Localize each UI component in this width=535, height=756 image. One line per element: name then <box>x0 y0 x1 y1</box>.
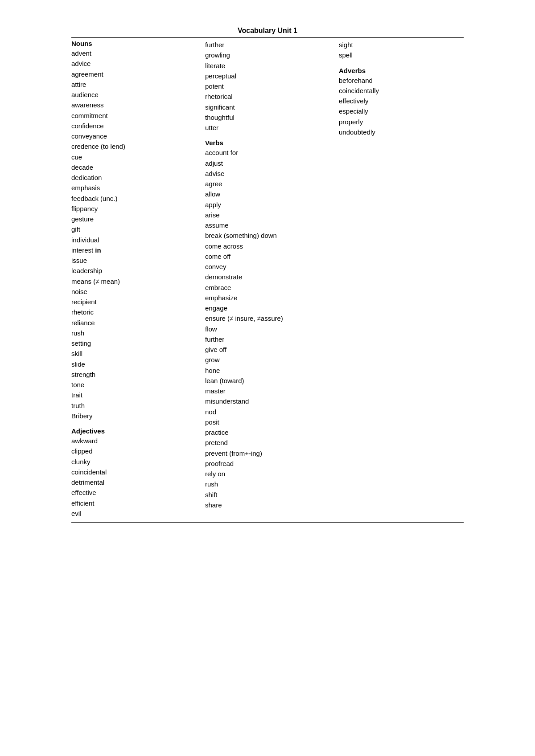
word-item: perceptual <box>205 71 330 81</box>
word-item: share <box>205 500 330 510</box>
word-item: clipped <box>71 446 196 456</box>
word-item: misunderstand <box>205 396 330 406</box>
word-item: literate <box>205 61 330 71</box>
word-item: undoubtedly <box>339 127 464 137</box>
word-item: arise <box>205 210 330 220</box>
word-item: posit <box>205 417 330 427</box>
word-item: commitment <box>71 110 196 121</box>
word-item: trait <box>71 390 196 400</box>
word-item: practice <box>205 427 330 437</box>
word-item: especially <box>339 106 464 116</box>
word-item: advice <box>71 58 196 69</box>
word-item: emphasize <box>205 293 330 303</box>
word-item: truth <box>71 400 196 411</box>
word-item: further <box>205 40 330 50</box>
word-item: decade <box>71 162 196 172</box>
word-item: agree <box>205 179 330 189</box>
columns-container: Nounsadventadviceagreementattireaudience… <box>71 38 464 519</box>
word-item: apply <box>205 200 330 210</box>
word-item: master <box>205 386 330 396</box>
word-item: lean (toward) <box>205 376 330 386</box>
word-item: nod <box>205 407 330 417</box>
column-3: sightspellAdverbsbeforehandcoincidentall… <box>339 40 464 519</box>
word-item: shift <box>205 490 330 500</box>
word-item: skill <box>71 348 196 359</box>
word-item: evil <box>71 508 196 519</box>
word-item: conveyance <box>71 131 196 141</box>
divider-bottom <box>71 522 464 523</box>
word-item: detrimental <box>71 477 196 487</box>
word-item: awkward <box>71 436 196 446</box>
page-title: Vocabulary Unit 1 <box>71 27 464 35</box>
word-item: convey <box>205 262 330 272</box>
word-item: agreement <box>71 69 196 79</box>
word-item: embrace <box>205 282 330 293</box>
word-item: interest in <box>71 245 196 255</box>
word-item: rely on <box>205 469 330 479</box>
word-item: Bribery <box>71 411 196 421</box>
word-item: spell <box>339 50 464 60</box>
word-item: coincidentally <box>339 86 464 96</box>
word-item: confidence <box>71 121 196 131</box>
word-item: attire <box>71 79 196 90</box>
word-item: rhetorical <box>205 91 330 102</box>
word-item: dedication <box>71 172 196 183</box>
word-item: coincidental <box>71 467 196 477</box>
word-item: reliance <box>71 318 196 328</box>
word-item: clunky <box>71 457 196 467</box>
word-item: utter <box>205 123 330 133</box>
word-item: hone <box>205 365 330 376</box>
word-item: properly <box>339 117 464 127</box>
word-item: prevent (from+-ing) <box>205 448 330 458</box>
word-item: growling <box>205 50 330 60</box>
word-item: adjust <box>205 158 330 168</box>
word-item: potent <box>205 81 330 91</box>
word-item: engage <box>205 303 330 313</box>
word-item: leadership <box>71 266 196 276</box>
word-item: audience <box>71 90 196 100</box>
word-item: setting <box>71 338 196 348</box>
section-heading-adverbs: Adverbs <box>339 67 464 74</box>
word-item: thoughtful <box>205 112 330 123</box>
word-item: noise <box>71 286 196 297</box>
word-item: flippancy <box>71 204 196 214</box>
word-item: grow <box>205 355 330 365</box>
word-item: tone <box>71 380 196 390</box>
column-2: furthergrowlingliterateperceptualpotentr… <box>205 40 339 519</box>
word-item: come across <box>205 241 330 251</box>
word-item: come off <box>205 251 330 262</box>
word-item: individual <box>71 235 196 245</box>
word-item: flow <box>205 324 330 334</box>
word-item: allow <box>205 189 330 199</box>
word-item: significant <box>205 102 330 112</box>
word-item: sight <box>339 40 464 50</box>
word-item: break (something) down <box>205 230 330 241</box>
word-item: credence (to lend) <box>71 141 196 151</box>
word-item: advent <box>71 48 196 58</box>
section-heading-verbs: Verbs <box>205 139 330 147</box>
word-item: demonstrate <box>205 272 330 282</box>
word-item: rhetoric <box>71 307 196 317</box>
word-item: issue <box>71 255 196 266</box>
word-item: strength <box>71 369 196 380</box>
word-item: gift <box>71 224 196 234</box>
word-item: advise <box>205 168 330 179</box>
word-item: effectively <box>339 96 464 106</box>
word-item: gesture <box>71 214 196 224</box>
word-item: pretend <box>205 437 330 448</box>
word-item: ensure (≠ insure, ≠assure) <box>205 313 330 323</box>
column-1: Nounsadventadviceagreementattireaudience… <box>71 40 205 519</box>
word-item: further <box>205 334 330 344</box>
word-item: effective <box>71 487 196 498</box>
word-item: account for <box>205 147 330 158</box>
section-heading-nouns: Nouns <box>71 40 196 47</box>
word-item: give off <box>205 344 330 355</box>
word-item: feedback (unc.) <box>71 193 196 204</box>
word-item: emphasis <box>71 183 196 193</box>
word-item: assume <box>205 220 330 230</box>
word-item: means (≠ mean) <box>71 276 196 286</box>
section-heading-adjectives: Adjectives <box>71 427 196 435</box>
word-item: rush <box>205 479 330 489</box>
word-item: recipient <box>71 297 196 307</box>
word-item: efficient <box>71 498 196 508</box>
